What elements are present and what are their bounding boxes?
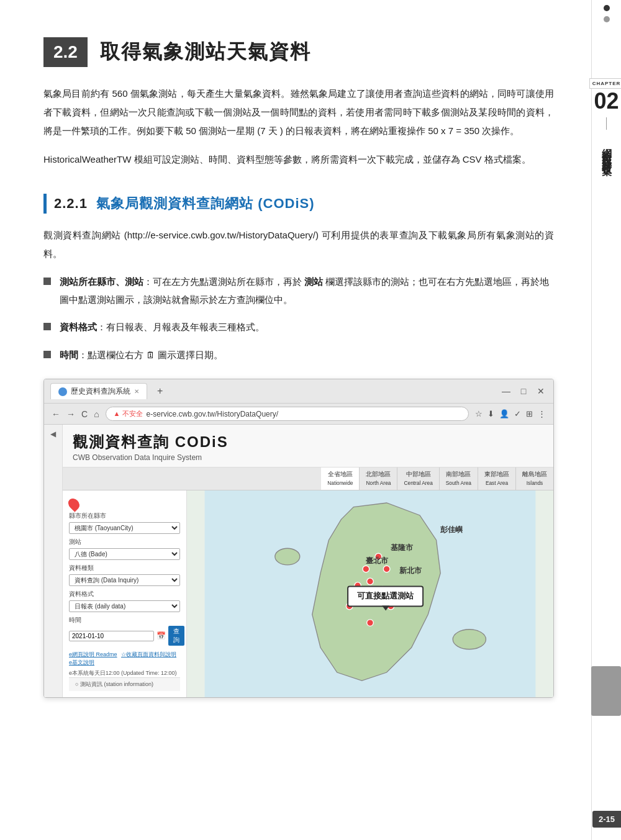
query-field-station: 測站 八德 (Bade) [69,538,180,560]
back-button[interactable]: ← [52,409,60,419]
map-annotation: 可直接點選測站 [347,585,424,607]
basic-link[interactable]: e基文說明 [69,659,94,666]
tab-north[interactable]: 北部地區North Area [359,467,397,490]
account-icon[interactable]: 👤 [499,409,509,418]
check-icon: ✓ [514,409,521,418]
data-format-select[interactable]: 日報表 (daily data) [69,600,180,612]
section-title: 2.2.1 氣象局觀測資料查詢網站 (CODiS) [54,194,315,213]
panel-toggle[interactable]: ◀ [50,430,56,438]
forward-button[interactable]: → [66,409,75,419]
query-button[interactable]: 查詢 [168,626,184,646]
browser-main: 觀測資料查詢 CODiS CWB Observation Data Inquir… [63,425,553,697]
tab-islands[interactable]: 離島地區Islands [515,467,553,490]
map-area[interactable]: 彭佳嶼 基隆市 臺北市 新北市 可直接點選測站 [187,490,553,697]
section-heading: 2.2.1 氣象局觀測資料查詢網站 (CODiS) [43,194,554,214]
tab-east[interactable]: 東部地區East Area [478,467,515,490]
bookmark-link[interactable]: ☆收藏頁面資料與說明 [121,651,176,657]
browser-left-panel: ◀ [44,425,63,697]
page-number: 2-15 [592,811,621,828]
star-icon[interactable]: ☆ [475,409,483,418]
tab-central[interactable]: 中部地區Central Area [397,467,438,490]
query-field-time: 時間 📅 查詢 ⬇ [69,616,180,646]
query-panel: 縣市所在縣市 桃園市 (TaoyuanCity) 測站 八德 (Bade) [63,490,187,697]
home-button[interactable]: ⌂ [94,409,99,419]
query-field-county: 縣市所在縣市 桃園市 (TaoyuanCity) [69,512,180,534]
list-item: 資料格式：有日報表、月報表及年報表三種格式。 [43,318,554,336]
close-button[interactable]: ✕ [535,386,547,396]
field-label-station: 測站 [69,538,180,546]
grid-icon[interactable]: ⊞ [526,409,533,418]
codis-title: 觀測資料查詢 CODiS [73,432,543,452]
minimize-button[interactable]: — [500,386,512,396]
window-controls: — □ ✕ [500,386,547,396]
tab-close-icon[interactable]: ✕ [134,388,139,395]
browser-toolbar: ☆ ⬇ 👤 ✓ ⊞ ⋮ [475,409,546,418]
section-number: 2.2.1 [54,196,88,211]
calendar-icon[interactable]: 📅 [156,631,166,640]
bullet-list: 測站所在縣市、測站：可在左方先點選測站所在縣市，再於 測站 欄選擇該縣市的測站；… [43,273,554,364]
field-label-time: 時間 [69,616,180,625]
tab-nationwide[interactable]: 全省地區Nationwide [321,467,359,490]
address-bar[interactable]: ▲ 不安全 e-service.cwb.gov.tw/HistoryDataQu… [106,407,469,421]
bullet-term-2: 資料格式 [60,322,97,332]
date-row: 📅 查詢 ⬇ [69,626,180,646]
menu-icon[interactable]: ⋮ [538,409,546,418]
refresh-button[interactable]: C [81,409,88,419]
date-input[interactable] [69,631,154,641]
field-label-type: 資料種類 [69,564,180,572]
new-tab-button[interactable]: + [152,384,168,398]
station-select[interactable]: 八德 (Bade) [69,548,180,560]
query-field-format: 資料格式 日報表 (daily data) [69,590,180,612]
field-label-format: 資料格式 [69,590,180,598]
readme-link[interactable]: e網頁說明 Readme [69,651,117,657]
browser-screenshot: 歷史資料查詢系統 ✕ + — □ ✕ ← → C ⌂ ▲ 不安全 e-servi… [43,379,554,698]
tab-south[interactable]: 南部地區South Area [439,467,478,490]
paragraph-1: 氣象局目前約有 560 個氣象測站，每天產生大量氣象資料。雖然氣象局建立了讓使用… [43,84,554,140]
svg-text:基隆市: 基隆市 [391,543,414,552]
main-content: 2.2 取得氣象測站天氣資料 氣象局目前約有 560 個氣象測站，每天產生大量氣… [0,0,591,735]
list-item: 測站所在縣市、測站：可在左方先點選測站所在縣市，再於 測站 欄選擇該縣市的測站；… [43,273,554,309]
location-pin-icon [66,496,81,512]
scroll-indicator[interactable] [591,666,621,716]
tab-title: 歷史資料查詢系統 [71,386,130,397]
section-bar [43,194,47,214]
query-field-type: 資料種類 資料查詢 (Data Inquiry) [69,564,180,586]
list-item: 時間：點選欄位右方 🗓 圖示選擇日期。 [43,346,554,364]
browser-titlebar: 歷史資料查詢系統 ✕ + — □ ✕ [44,379,553,404]
field-label-county: 縣市所在縣市 [69,512,180,520]
county-select[interactable]: 桃園市 (TaoyuanCity) [69,522,180,534]
svg-text:新北市: 新北市 [399,566,422,575]
codis-subtitle: CWB Observation Data Inquire System [73,453,543,462]
station-info-bar[interactable]: ○ 測站資訊 (station information) [69,677,180,691]
browser-tab[interactable]: 歷史資料查詢系統 ✕ [50,383,147,399]
update-notice: e本系統每天日12:00 (Updated Time: 12:00) [69,669,180,677]
svg-point-6 [383,566,390,572]
download-icon[interactable]: ⬇ [487,409,494,418]
tab-icon [58,387,67,396]
maximize-button[interactable]: □ [517,386,530,396]
svg-text:彭佳嶼: 彭佳嶼 [440,525,463,534]
bullet-text-1: 測站所在縣市、測站：可在左方先點選測站所在縣市，再於 測站 欄選擇該縣市的測站；… [60,273,554,309]
svg-point-12 [367,620,374,626]
security-icon: ▲ 不安全 [114,409,143,418]
sidebar-divider [606,117,607,130]
chapter-title: 取得氣象測站天氣資料 [100,38,311,66]
paragraph-2: HistoricalWeatherTW 模組可設定測站、時間、資料型態等參數，將… [43,150,554,169]
dot-2 [604,16,610,22]
svg-point-5 [363,566,369,572]
section-title-text: 氣象局觀測資料查詢網站 (CODiS) [96,196,314,211]
bullet-term-3: 時間 [60,350,78,360]
svg-point-2 [275,548,300,565]
address-text: e-service.cwb.gov.tw/HistoryDataQuery/ [147,410,279,418]
svg-point-3 [453,630,486,649]
browser-body: ◀ 觀測資料查詢 CODiS CWB Observation Data Inqu… [44,425,553,697]
query-bottom-links: e網頁說明 Readme ☆收藏頁面資料與說明 e基文說明 [69,651,180,667]
bullet-text-2: 資料格式：有日報表、月報表及年報表三種格式。 [60,318,554,336]
section-intro: 觀測資料查詢網站 (http://e-service.cwb.gov.tw/Hi… [43,226,554,263]
region-tabs: 全省地區Nationwide 北部地區North Area 中部地區Centra… [63,467,553,490]
chapter-label: CHAPTER [589,78,621,89]
bullet-icon [43,351,51,358]
bullet-icon [43,323,51,330]
data-type-select[interactable]: 資料查詢 (Data Inquiry) [69,574,180,586]
right-sidebar: CHAPTER 02 網路爬蟲資料收集 2-15 [591,0,621,840]
